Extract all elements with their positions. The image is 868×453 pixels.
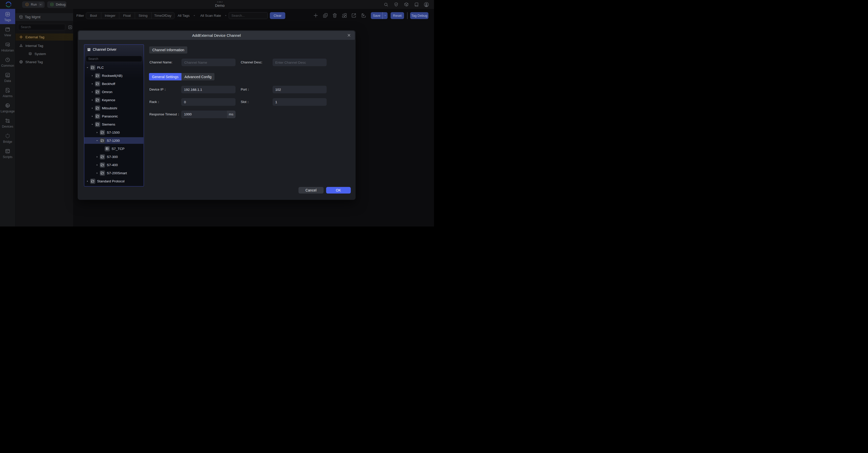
caret-right-icon[interactable] — [91, 91, 95, 93]
tree-item-standard-protocol[interactable]: Standard Protocol — [84, 178, 144, 184]
tree-item-s7-400[interactable]: S7-400 — [84, 162, 144, 168]
shield-check-icon[interactable] — [394, 2, 399, 7]
save-split-button[interactable]: Save — [371, 12, 388, 19]
tag-debug-button[interactable]: Tag Debug — [410, 12, 428, 19]
reset-button[interactable]: Reset — [391, 12, 404, 19]
sidebar-item-alarms[interactable]: Alarms — [0, 85, 15, 100]
save-dropdown-toggle[interactable] — [382, 12, 388, 19]
channel-desc-input[interactable] — [273, 59, 327, 66]
caret-right-icon[interactable] — [91, 107, 95, 109]
channel-name-input[interactable] — [182, 59, 236, 66]
tree-item-s7-1500[interactable]: S7-1500 — [84, 129, 144, 136]
filter-integer-button[interactable]: Integer — [101, 12, 119, 19]
toolbar-search-input[interactable] — [229, 12, 268, 19]
delete-tag-button[interactable] — [332, 13, 338, 18]
alarms-icon — [5, 88, 10, 93]
caret-right-icon[interactable] — [91, 74, 95, 77]
tag-panel-item-system[interactable]: System — [16, 50, 73, 57]
tree-item-label: Panasonic — [102, 115, 118, 118]
search-icon[interactable] — [383, 2, 388, 7]
caret-right-icon[interactable] — [96, 156, 100, 158]
run-button[interactable]: Run — [22, 1, 45, 8]
sidebar-item-label: Language — [1, 109, 15, 113]
debug-button[interactable]: Debug — [47, 1, 66, 8]
rack-input[interactable] — [181, 98, 236, 106]
response-timeout-input[interactable] — [181, 110, 227, 118]
sidebar-item-bridge[interactable]: Bridge — [0, 131, 15, 146]
external-link-icon — [351, 13, 356, 18]
tab-general-settings[interactable]: General Settings — [149, 73, 182, 80]
tree-item-panasonic[interactable]: Panasonic — [84, 113, 144, 120]
caret-right-icon[interactable] — [91, 115, 95, 118]
clear-button[interactable]: Clear — [270, 12, 285, 19]
export-button[interactable] — [351, 13, 356, 18]
tree-item-s7-tcp[interactable]: S7_TCP — [84, 145, 144, 152]
add-tag-button[interactable] — [313, 13, 318, 18]
caret-right-icon[interactable] — [91, 99, 95, 101]
tree-item-s7-1200-selected[interactable]: S7-1200 — [84, 137, 144, 144]
tree-item-beckhoff[interactable]: Beckhoff — [84, 80, 144, 87]
tree-item-s7-200smart[interactable]: S7-200Smart — [84, 170, 144, 176]
all-scan-rate-dropdown[interactable]: All Scan Rate — [200, 12, 227, 19]
device-ip-input[interactable] — [181, 86, 236, 93]
tree-item-mitsubishi[interactable]: Mitsubishi — [84, 105, 144, 111]
all-tags-dropdown[interactable]: All Tags — [178, 12, 196, 19]
tree-item-plc[interactable]: PLC — [84, 64, 144, 71]
sidebar-item-devices[interactable]: Devices — [0, 116, 15, 131]
folder-open-icon — [100, 130, 105, 135]
slot-input[interactable] — [273, 98, 327, 106]
sidebar-item-view[interactable]: View — [0, 24, 15, 39]
tag-panel-item-external-tag[interactable]: External Tag — [16, 33, 73, 40]
cancel-button[interactable]: Cancel — [299, 187, 323, 194]
cube-check-icon[interactable] — [404, 2, 409, 7]
ok-button[interactable]: OK — [326, 187, 351, 194]
run-dropdown-toggle[interactable] — [38, 2, 43, 7]
port-input[interactable] — [273, 86, 327, 93]
filter-string-button[interactable]: String — [135, 12, 152, 19]
caret-right-icon[interactable] — [86, 180, 90, 183]
sidebar-item-historian[interactable]: Historian — [0, 39, 15, 55]
app-version: 2.38.2 — [215, 1, 224, 3]
sidebar-item-scripts[interactable]: Scripts — [0, 146, 15, 161]
caret-down-icon[interactable] — [96, 139, 100, 142]
channel-driver-panel: Channel Driver PLC Rockwell(AB) Beckhoff — [84, 44, 144, 187]
caret-right-icon[interactable] — [91, 83, 95, 85]
tag-search-input[interactable] — [18, 24, 65, 30]
filter-float-button[interactable]: Float — [119, 12, 135, 19]
dialog-title: AddExternal Device Channel — [192, 33, 241, 37]
sidebar-item-label: Common — [1, 64, 14, 67]
save-button-label[interactable]: Save — [371, 12, 382, 19]
caret-right-icon[interactable] — [96, 164, 100, 166]
import-button[interactable] — [361, 13, 367, 18]
batch-select-button[interactable] — [342, 13, 347, 18]
caret-right-icon[interactable] — [96, 172, 100, 174]
add-tag-group-button[interactable] — [67, 24, 73, 30]
tree-item-siemens[interactable]: Siemens — [84, 121, 144, 128]
historian-icon — [5, 42, 10, 47]
filter-bool-button[interactable]: Bool — [86, 12, 101, 19]
book-icon[interactable] — [414, 2, 419, 7]
tag-panel-item-internal-tag[interactable]: Internal Tag — [16, 42, 73, 49]
app-logo-icon[interactable] — [5, 1, 12, 8]
channel-information-tab[interactable]: Channel Information — [149, 46, 187, 54]
tree-item-s7-300[interactable]: S7-300 — [84, 154, 144, 160]
tree-item-rockwell[interactable]: Rockwell(AB) — [84, 72, 144, 79]
dialog-close-button[interactable] — [347, 33, 351, 37]
tree-item-label: S7_TCP — [112, 147, 125, 151]
user-avatar[interactable] — [424, 2, 429, 7]
sidebar-item-data[interactable]: Data — [0, 70, 15, 85]
sidebar-item-common[interactable]: Common — [0, 55, 15, 70]
sidebar-item-language[interactable]: Language — [0, 100, 15, 116]
tab-advanced-config[interactable]: Advanced Config — [182, 73, 214, 80]
tree-item-keyence[interactable]: Keyence — [84, 97, 144, 103]
tag-panel-item-shared-tag[interactable]: Shared Tag — [16, 58, 73, 65]
tree-item-omron[interactable]: Omron — [84, 89, 144, 95]
sidebar-item-tags[interactable]: Tags — [0, 9, 15, 24]
duplicate-tag-button[interactable] — [322, 13, 328, 18]
caret-down-icon[interactable] — [86, 66, 90, 69]
filter-timeofday-button[interactable]: TimeOfDay — [152, 12, 174, 19]
driver-search-input[interactable] — [86, 56, 142, 62]
caret-down-icon[interactable] — [91, 123, 95, 126]
folder-open-icon — [95, 105, 100, 111]
caret-right-icon[interactable] — [96, 131, 100, 134]
